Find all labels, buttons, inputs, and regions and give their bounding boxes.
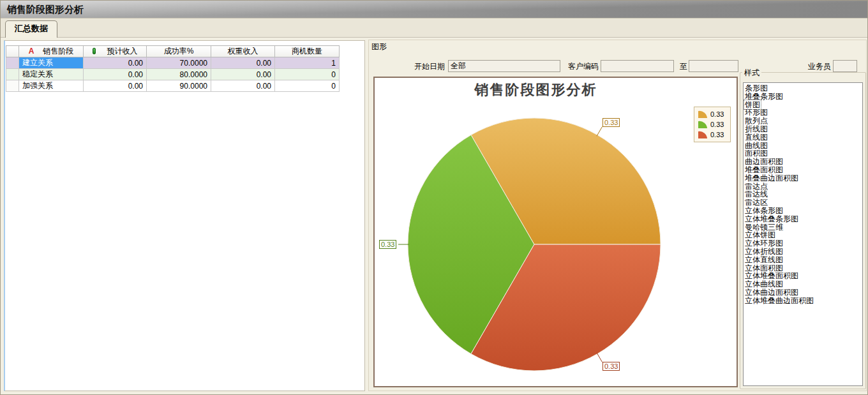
graph-group-label: 图形: [371, 41, 387, 52]
style-option-2[interactable]: 堆叠条形图: [744, 93, 862, 101]
style-option-26[interactable]: 立体曲边面积图: [744, 288, 862, 297]
row-indicator-header: [6, 46, 19, 57]
cell-expected-income[interactable]: 0.00: [84, 69, 147, 80]
legend-swatch-icon: [698, 130, 708, 138]
legend-value: 0.33: [710, 131, 724, 138]
chart-area: 销售阶段图形分析 0.330.330.33 0.330.330.33: [373, 77, 738, 387]
numeric-column-icon: [93, 48, 96, 54]
cell-opportunity-count[interactable]: 1: [275, 57, 340, 69]
style-option-1[interactable]: 条形图: [744, 84, 862, 93]
style-option-12[interactable]: 堆叠曲边面积图: [744, 174, 862, 183]
table-row-3[interactable]: 加强关系 0.00 90.0000 0.00 0: [6, 80, 340, 92]
pie-callout-line: [597, 127, 602, 137]
col-header-weighted-income[interactable]: 权重收入: [211, 46, 275, 57]
style-option-16[interactable]: 立体条形图: [744, 207, 862, 215]
to-label: 至: [678, 61, 687, 72]
row-indicator[interactable]: [6, 80, 19, 92]
salesman-label: 业务员: [803, 61, 831, 72]
cell-opportunity-count[interactable]: 0: [275, 80, 340, 92]
title-bar: 销售阶段图形分析: [1, 1, 867, 19]
sales-stage-table: A销售阶段 预计收入 成功率% 权重收入 商机数量 建立关系 0.00 70.0…: [6, 45, 340, 92]
table-row-2[interactable]: 稳定关系 0.00 80.0000 0.00 0: [6, 69, 340, 80]
legend-item-1: 0.33: [698, 110, 728, 118]
chart-title: 销售阶段图形分析: [375, 80, 697, 100]
tab-bar: 汇总数据: [1, 19, 867, 37]
start-date-input[interactable]: [448, 60, 560, 72]
col-header-opportunity-count[interactable]: 商机数量: [275, 46, 340, 57]
app-window: 销售阶段图形分析 汇总数据 A销售阶段 预计收入 成功率% 权重收入 商机数量 …: [0, 0, 868, 395]
salesman-input[interactable]: [833, 60, 857, 72]
cell-stage[interactable]: 稳定关系: [19, 69, 84, 80]
legend-value: 0.33: [710, 110, 724, 118]
cell-expected-income[interactable]: 0.00: [84, 57, 147, 69]
style-group-label: 样式: [742, 68, 761, 78]
legend-item-2: 0.33: [698, 120, 728, 128]
legend-value: 0.33: [710, 121, 724, 128]
style-group: 样式 条形图堆叠条形图饼图环形图散列点折线图直线图曲线图面积图曲边面积图堆叠面积…: [740, 72, 866, 389]
cell-weighted-income[interactable]: 0.00: [211, 80, 275, 92]
style-list[interactable]: 条形图堆叠条形图饼图环形图散列点折线图直线图曲线图面积图曲边面积图堆叠面积图堆叠…: [743, 82, 863, 386]
col-header-expected-income[interactable]: 预计收入: [84, 46, 147, 57]
cell-success-rate[interactable]: 80.0000: [147, 69, 211, 80]
style-option-22[interactable]: 立体直线图: [744, 256, 862, 264]
style-option-25[interactable]: 立体曲线图: [744, 280, 862, 288]
style-option-21[interactable]: 立体折线图: [744, 248, 862, 256]
cell-success-rate[interactable]: 90.0000: [147, 80, 211, 92]
legend-swatch-icon: [698, 110, 708, 118]
style-option-11[interactable]: 堆叠面积图: [744, 166, 862, 174]
text-column-icon: A: [29, 47, 34, 56]
cell-stage[interactable]: 加强关系: [19, 80, 84, 92]
style-option-27[interactable]: 立体堆叠曲边面积图: [744, 297, 862, 305]
cell-weighted-income[interactable]: 0.00: [211, 69, 275, 80]
pie-chart: [375, 78, 737, 386]
customer-code-to-input[interactable]: [689, 60, 738, 72]
tab-summary-data[interactable]: 汇总数据: [5, 20, 57, 38]
table-header-row: A销售阶段 预计收入 成功率% 权重收入 商机数量: [6, 46, 340, 57]
col-header-stage[interactable]: A销售阶段: [19, 46, 84, 57]
pie-slice-label: 0.33: [602, 362, 620, 371]
page-title: 销售阶段图形分析: [7, 4, 84, 16]
start-date-label: 开始日期: [408, 61, 445, 72]
row-indicator[interactable]: [6, 69, 19, 80]
pie-slice-label: 0.33: [602, 118, 620, 127]
style-option-7[interactable]: 直线图: [744, 133, 862, 142]
style-option-6[interactable]: 折线图: [744, 125, 862, 133]
cell-weighted-income[interactable]: 0.00: [211, 57, 275, 69]
customer-code-from-input[interactable]: [601, 60, 674, 72]
pie-slice-label: 0.33: [379, 240, 396, 249]
legend-swatch-icon: [698, 120, 708, 128]
customer-code-label: 客户编码: [564, 61, 599, 72]
cell-expected-income[interactable]: 0.00: [84, 80, 147, 92]
pie-callout-line: [597, 353, 602, 362]
table-row-1[interactable]: 建立关系 0.00 70.0000 0.00 1: [6, 57, 340, 69]
content-divider: [1, 37, 867, 38]
style-option-17[interactable]: 立体堆叠条形图: [744, 215, 862, 223]
legend-item-3: 0.33: [698, 130, 728, 138]
cell-success-rate[interactable]: 70.0000: [147, 57, 211, 69]
sales-stage-grid-panel: A销售阶段 预计收入 成功率% 权重收入 商机数量 建立关系 0.00 70.0…: [4, 40, 365, 391]
chart-legend: 0.330.330.33: [694, 107, 731, 142]
cell-stage[interactable]: 建立关系: [19, 57, 84, 69]
col-header-success-rate[interactable]: 成功率%: [147, 46, 211, 57]
cell-opportunity-count[interactable]: 0: [275, 69, 340, 80]
row-indicator[interactable]: [6, 57, 19, 69]
